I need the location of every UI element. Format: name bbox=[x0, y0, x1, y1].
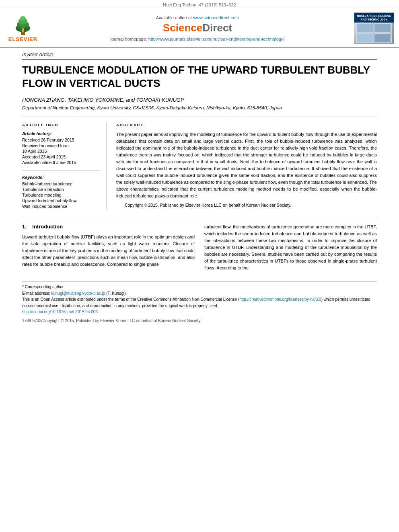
introduction-col-right: turbulent flow, the mechanisms of turbul… bbox=[204, 224, 377, 271]
elsevier-brand-text: ELSEVIER bbox=[8, 36, 37, 42]
received-date: Received 26 February 2015 bbox=[22, 138, 100, 142]
abstract-column: ABSTRACT The present paper aims at impro… bbox=[116, 123, 377, 210]
article-history-label: Article history: bbox=[22, 131, 100, 136]
svg-point-4 bbox=[20, 16, 26, 21]
corresponding-author: * Corresponding author. bbox=[22, 284, 377, 290]
section-title: Introduction bbox=[32, 224, 63, 230]
header-center: Available online at www.sciencedirect.co… bbox=[45, 15, 350, 41]
article-title: TURBULENCE MODULATION OF THE UPWARD TURB… bbox=[22, 64, 377, 90]
authors: HONGNA ZHANG, TAKEHIKO YOKOMINE, and TOM… bbox=[22, 97, 377, 103]
affiliation: Department of Nuclear Engineering, Kyoto… bbox=[22, 105, 377, 110]
svg-rect-11 bbox=[374, 34, 391, 42]
accepted-date: Accepted 23 April 2015 bbox=[22, 154, 100, 159]
section-number: 1. bbox=[22, 224, 27, 230]
introduction-section: 1. Introduction Upward turbulent bubbly … bbox=[22, 224, 377, 271]
section-divider bbox=[22, 217, 377, 217]
science-text: Science bbox=[163, 22, 202, 34]
available-online-text: Available online at www.sciencedirect.co… bbox=[45, 15, 350, 20]
svg-rect-6 bbox=[22, 30, 24, 32]
introduction-text-col2: turbulent flow, the mechanisms of turbul… bbox=[204, 224, 377, 271]
svg-rect-9 bbox=[374, 24, 391, 32]
journal-url[interactable]: http://www.journals.elsevier.com/nuclear… bbox=[148, 37, 285, 41]
introduction-col-left: 1. Introduction Upward turbulent bubbly … bbox=[22, 224, 195, 271]
journal-homepage-line: journal homepage: http://www.journals.el… bbox=[45, 37, 350, 41]
nuclear-journal-box: NUCLEAR ENGINEERING AND TECHNOLOGY bbox=[354, 12, 394, 44]
doi-line: http://dx.doi.org/10.1016/j.net.2015.04.… bbox=[22, 309, 377, 315]
doi-link[interactable]: http://dx.doi.org/10.1016/j.net.2015.04.… bbox=[22, 310, 98, 314]
article-info-column: ARTICLE INFO Article history: Received 2… bbox=[22, 123, 107, 210]
available-online-date: Available online 9 June 2015 bbox=[22, 160, 100, 165]
footnote-area: * Corresponding author. E-mail address: … bbox=[22, 281, 377, 324]
email-line: E-mail address: kunugi@nucleng.kyoto-u.a… bbox=[22, 290, 377, 297]
svg-rect-10 bbox=[357, 34, 373, 42]
keyword-1: Bubble-induced turbulence bbox=[22, 181, 100, 186]
nuclear-journal-cover bbox=[354, 23, 394, 43]
content-area: Invited Article TURBULENCE MODULATION OF… bbox=[0, 47, 399, 332]
elsevier-logo: ELSEVIER bbox=[5, 14, 41, 42]
keyword-4: Upward turbulent bubbly flow bbox=[22, 198, 100, 203]
nuclear-journal-logo: NUCLEAR ENGINEERING AND TECHNOLOGY bbox=[354, 12, 394, 44]
sciencedirect-logo: ScienceDirect bbox=[45, 22, 350, 34]
issn-line: 1738-5733/Copyright © 2015, Published by… bbox=[22, 318, 377, 324]
article-info-heading: ARTICLE INFO bbox=[22, 123, 100, 127]
article-info-abstract: ARTICLE INFO Article history: Received 2… bbox=[22, 117, 377, 210]
journal-reference: Nucl Eng Technol 47 (2015) 513–522 bbox=[0, 0, 399, 9]
keyword-3: Turbulence modeling bbox=[22, 193, 100, 197]
open-access-line: This is an Open Access article distribut… bbox=[22, 296, 377, 309]
keyword-2: Turbulence interaction bbox=[22, 187, 100, 192]
abstract-text: The present paper aims at improving the … bbox=[116, 131, 377, 199]
direct-text: Direct bbox=[202, 22, 232, 34]
introduction-text-col1: Upward turbulent bubbly flow (UTBF) play… bbox=[22, 234, 195, 268]
received-revised-label: Received in revised form bbox=[22, 143, 100, 148]
copyright-line: Copyright © 2015, Published by Elsevier … bbox=[116, 203, 377, 207]
abstract-heading: ABSTRACT bbox=[116, 123, 377, 127]
journal-ref-text: Nucl Eng Technol 47 (2015) 513–522 bbox=[163, 2, 236, 7]
introduction-heading: 1. Introduction bbox=[22, 224, 195, 230]
keywords-section: Keywords: Bubble-induced turbulence Turb… bbox=[22, 170, 100, 209]
cc-license-link[interactable]: http://creativecommons.org/licenses/by-n… bbox=[239, 297, 321, 302]
keyword-5: Wall-induced turbulence bbox=[22, 204, 100, 209]
invited-article-label: Invited Article bbox=[22, 51, 377, 60]
svg-rect-8 bbox=[357, 24, 373, 32]
keywords-label: Keywords: bbox=[22, 175, 100, 180]
svg-point-5 bbox=[22, 28, 24, 30]
elsevier-tree-icon bbox=[9, 14, 37, 36]
journal-header: ELSEVIER Available online at www.science… bbox=[0, 9, 399, 47]
sciencedirect-url[interactable]: www.sciencedirect.com bbox=[193, 15, 239, 20]
nuclear-journal-title: NUCLEAR ENGINEERING AND TECHNOLOGY bbox=[354, 13, 394, 23]
revised-date: 10 April 2015 bbox=[22, 149, 100, 154]
author-email-link[interactable]: kunugi@nucleng.kyoto-u.ac.jp bbox=[51, 291, 105, 296]
